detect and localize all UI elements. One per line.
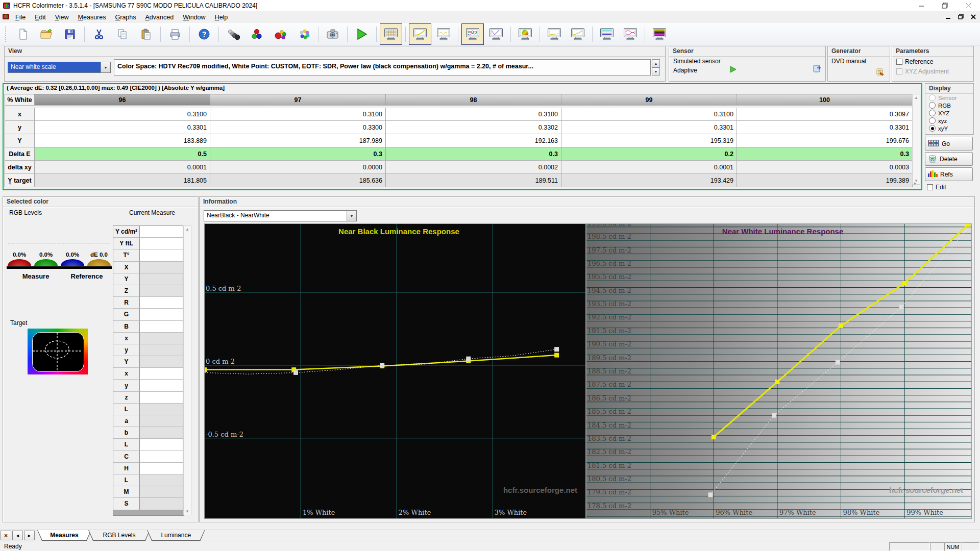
radio-icon[interactable] (929, 110, 936, 116)
table-cell[interactable]: 183.889 (35, 134, 210, 147)
radio-icon[interactable] (929, 102, 936, 109)
copy-button[interactable] (111, 23, 134, 45)
menu-window[interactable]: Window (178, 12, 210, 22)
information-view-select[interactable]: NearBlack - NearWhite ▼ (204, 210, 357, 221)
help-button[interactable]: ? (193, 23, 215, 45)
primary-colors-button[interactable] (269, 23, 291, 45)
column-header-99[interactable]: 99 (561, 94, 737, 106)
rgb-levels-view-button[interactable] (461, 23, 484, 45)
child-restore-button[interactable] (958, 14, 964, 20)
table-cell[interactable]: 181.805 (35, 174, 210, 187)
child-minimize-button[interactable] (946, 14, 951, 20)
saturation-scale-button[interactable] (292, 23, 315, 45)
run-measures-button[interactable] (351, 23, 373, 45)
saturation-view-button[interactable] (619, 23, 642, 45)
display-option-xyz[interactable]: xyz (925, 117, 973, 124)
scroll-up-icon[interactable]: ▲ (185, 226, 189, 233)
display-option-rgb[interactable]: RGB (925, 102, 973, 109)
checkbox-icon[interactable] (896, 59, 902, 65)
scroll-down-icon[interactable]: ▼ (185, 508, 189, 515)
near-black-view-button[interactable] (432, 23, 455, 45)
scroll-right-icon[interactable]: ► (913, 180, 917, 187)
table-cell[interactable]: 0.0000 (210, 161, 386, 174)
scroll-left-icon[interactable]: ◄ (8, 180, 12, 187)
display-option-xyz[interactable]: XYZ (925, 109, 973, 117)
tab-luminance[interactable]: Luminance (147, 530, 205, 541)
new-file-button[interactable] (12, 23, 34, 45)
menu-graphs[interactable]: Graphs (111, 12, 141, 22)
capture-button[interactable] (322, 23, 344, 45)
info-spinner[interactable]: ▲ ▼ (652, 59, 660, 76)
table-cell[interactable]: 0.0002 (386, 161, 561, 174)
gamma-view-button[interactable] (409, 23, 431, 45)
cut-button[interactable] (88, 23, 110, 45)
view-mode-select[interactable]: Near white scale ▼ (8, 62, 111, 73)
table-cell[interactable]: 199.389 (737, 174, 913, 187)
menu-help[interactable]: Help (210, 12, 233, 22)
sensor-run-icon[interactable] (729, 66, 737, 74)
paste-button[interactable] (135, 23, 157, 45)
radio-icon[interactable] (929, 117, 936, 124)
table-vertical-scrollbar[interactable]: ▲ ▼ (912, 94, 920, 185)
luminance-view-button[interactable] (567, 23, 589, 45)
chevron-down-icon[interactable]: ▼ (347, 211, 356, 221)
column-header-97[interactable]: 97 (210, 94, 386, 106)
menu-measures[interactable]: Measures (74, 12, 111, 22)
cie-diagram-view-button[interactable] (514, 23, 536, 45)
checkbox-icon[interactable] (927, 184, 933, 190)
delete-button[interactable]: Delete (925, 152, 973, 166)
table-cell[interactable]: 199.676 (737, 134, 913, 147)
scroll-up-icon[interactable]: ▲ (914, 94, 918, 101)
table-cell[interactable]: 0.3100 (561, 108, 737, 121)
tab-rgb-levels[interactable]: RGB Levels (88, 530, 150, 541)
table-cell[interactable]: 0.3300 (210, 121, 386, 134)
sensor-settings-button[interactable] (222, 23, 244, 45)
close-button[interactable] (957, 0, 980, 11)
next-tab-button[interactable]: ► (24, 531, 35, 540)
table-cell[interactable]: 185.636 (210, 174, 386, 187)
menu-file[interactable]: File (11, 12, 30, 22)
table-cell[interactable]: 0.0001 (35, 161, 210, 174)
display-option-xyy[interactable]: xyY (925, 124, 973, 132)
table-cell[interactable]: 0.5 (35, 147, 210, 161)
column-header-98[interactable]: 98 (386, 94, 561, 106)
table-cell[interactable]: 0.2 (561, 147, 737, 161)
menu-view[interactable]: View (51, 12, 74, 22)
minimize-button[interactable] (910, 0, 933, 11)
delta-e-view-button[interactable] (485, 23, 507, 45)
table-cell[interactable]: 0.3100 (35, 108, 210, 121)
table-cell[interactable]: 0.3301 (737, 121, 913, 134)
column-header-100[interactable]: 100 (737, 94, 913, 106)
table-cell[interactable]: 0.3100 (386, 108, 561, 121)
table-cell[interactable]: 193.429 (561, 174, 737, 187)
table-cell[interactable]: 192.163 (386, 134, 561, 147)
table-cell[interactable]: 0.3 (386, 147, 561, 161)
save-file-button[interactable] (59, 23, 81, 45)
edit-checkbox[interactable]: Edit (927, 184, 946, 191)
menu-edit[interactable]: Edit (30, 12, 51, 22)
child-close-button[interactable] (971, 14, 976, 20)
column-header-96[interactable]: 96 (35, 94, 210, 106)
restore-button[interactable] (933, 0, 957, 11)
color-temp-view-button[interactable] (596, 23, 618, 45)
white-level-view-button[interactable] (543, 23, 566, 45)
sensor-config-icon[interactable] (813, 64, 822, 74)
table-cell[interactable]: 187.989 (210, 134, 386, 147)
table-cell[interactable]: 0.0003 (737, 161, 913, 174)
tab-measures[interactable]: Measures (37, 530, 91, 541)
grid-view-button[interactable] (380, 23, 402, 45)
gamut-view-button[interactable] (648, 23, 671, 45)
previous-tab-button[interactable]: ◄ (12, 531, 23, 540)
radio-icon[interactable] (929, 125, 936, 132)
table-cell[interactable]: 0.3 (210, 147, 386, 161)
reference-checkbox[interactable]: Reference (896, 58, 933, 65)
table-cell[interactable]: 0.3097 (737, 108, 913, 121)
table-cell[interactable]: 0.3 (737, 147, 913, 161)
table-cell[interactable]: 0.3301 (561, 121, 737, 134)
free-measures-button[interactable] (246, 23, 268, 45)
table-cell[interactable]: 0.3302 (386, 121, 561, 134)
refs-button[interactable]: Refs (925, 167, 973, 181)
go-button[interactable]: Go (925, 137, 973, 151)
table-cell[interactable]: 189.511 (386, 174, 561, 187)
print-button[interactable] (164, 23, 186, 45)
